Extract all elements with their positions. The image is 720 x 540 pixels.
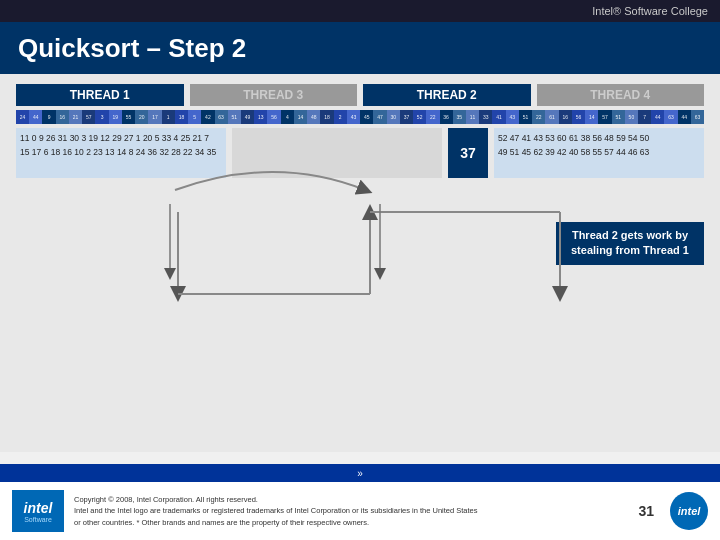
databar-cell: 51 bbox=[228, 110, 241, 124]
brand-label: Intel® Software College bbox=[592, 5, 708, 17]
thread4-header: THREAD 4 bbox=[537, 84, 705, 106]
thread1-numbers-row2: 15 17 6 18 16 10 2 23 13 14 8 24 36 32 2… bbox=[20, 146, 222, 160]
databar-cell: 45 bbox=[360, 110, 373, 124]
databar-cell: 43 bbox=[347, 110, 360, 124]
bottom-bar-text: » bbox=[357, 468, 363, 479]
databar-cell: 63 bbox=[664, 110, 677, 124]
databar-cell: 36 bbox=[440, 110, 453, 124]
databar-cell: 61 bbox=[545, 110, 558, 124]
databar-cell: 37 bbox=[400, 110, 413, 124]
page-title: Quicksort – Step 2 bbox=[18, 33, 246, 64]
steal-info-box: Thread 2 gets work by stealing from Thre… bbox=[556, 222, 704, 265]
thread2-numbers-row2: 49 51 45 62 39 42 40 58 55 57 44 46 63 bbox=[498, 146, 700, 160]
steal-label: Thread 2 gets work by stealing from Thre… bbox=[571, 229, 689, 256]
databar-cell: 44 bbox=[651, 110, 664, 124]
data-array-bar: 2444916215731955201711854263514913564144… bbox=[16, 110, 704, 124]
thread-headers: THREAD 1 THREAD 3 THREAD 2 THREAD 4 bbox=[16, 84, 704, 106]
databar-cell: 30 bbox=[387, 110, 400, 124]
databar-cell: 49 bbox=[241, 110, 254, 124]
thread2-numbers-row1: 52 47 41 43 53 60 61 38 56 48 59 54 50 bbox=[498, 132, 700, 146]
databar-cell: 22 bbox=[532, 110, 545, 124]
databar-cell: 14 bbox=[294, 110, 307, 124]
databar-cell: 4 bbox=[281, 110, 294, 124]
databar-cell: 47 bbox=[373, 110, 386, 124]
databar-cell: 14 bbox=[585, 110, 598, 124]
databar-cell: 33 bbox=[479, 110, 492, 124]
work-row: 11 0 9 26 31 30 3 19 12 29 27 1 20 5 33 … bbox=[16, 128, 704, 178]
databar-cell: 44 bbox=[29, 110, 42, 124]
thread3-work bbox=[232, 128, 442, 178]
databar-cell: 51 bbox=[612, 110, 625, 124]
databar-cell: 52 bbox=[413, 110, 426, 124]
databar-cell: 63 bbox=[215, 110, 228, 124]
main-content: THREAD 1 THREAD 3 THREAD 2 THREAD 4 2444… bbox=[0, 74, 720, 452]
databar-cell: 18 bbox=[175, 110, 188, 124]
databar-cell: 55 bbox=[122, 110, 135, 124]
databar-cell: 16 bbox=[559, 110, 572, 124]
footer: intel Software Copyright © 2008, Intel C… bbox=[0, 482, 720, 540]
thread1-work: 11 0 9 26 31 30 3 19 12 29 27 1 20 5 33 … bbox=[16, 128, 226, 178]
databar-cell: 44 bbox=[678, 110, 691, 124]
databar-cell: 56 bbox=[267, 110, 280, 124]
databar-cell: 63 bbox=[691, 110, 704, 124]
pivot-cell: 37 bbox=[448, 128, 488, 178]
databar-cell: 41 bbox=[492, 110, 505, 124]
databar-cell: 20 bbox=[135, 110, 148, 124]
bottom-bar: » bbox=[0, 464, 720, 482]
databar-cell: 22 bbox=[426, 110, 439, 124]
thread3-header: THREAD 3 bbox=[190, 84, 358, 106]
databar-cell: 19 bbox=[109, 110, 122, 124]
databar-cell: 24 bbox=[16, 110, 29, 124]
footer-copyright: Copyright © 2008, Intel Corporation. All… bbox=[74, 494, 628, 528]
databar-cell: 17 bbox=[148, 110, 161, 124]
databar-cell: 18 bbox=[320, 110, 333, 124]
intel-logo-right-text: intel bbox=[678, 505, 701, 517]
databar-cell: 42 bbox=[201, 110, 214, 124]
title-area: Quicksort – Step 2 bbox=[0, 22, 720, 74]
databar-cell: 21 bbox=[69, 110, 82, 124]
databar-cell: 57 bbox=[82, 110, 95, 124]
intel-logo-text: intel bbox=[24, 500, 53, 516]
intel-logo-left: intel Software bbox=[12, 490, 64, 532]
databar-cell: 35 bbox=[453, 110, 466, 124]
top-bar: Intel® Software College bbox=[0, 0, 720, 22]
databar-cell: 51 bbox=[519, 110, 532, 124]
thread2-work: 52 47 41 43 53 60 61 38 56 48 59 54 50 4… bbox=[494, 128, 704, 178]
intel-logo-sub: Software bbox=[24, 516, 52, 523]
arrows-diagram bbox=[0, 134, 720, 474]
thread1-numbers-row1: 11 0 9 26 31 30 3 19 12 29 27 1 20 5 33 … bbox=[20, 132, 222, 146]
databar-cell: 50 bbox=[625, 110, 638, 124]
footer-page-number: 31 bbox=[638, 503, 654, 519]
databar-cell: 1 bbox=[162, 110, 175, 124]
databar-cell: 3 bbox=[95, 110, 108, 124]
databar-cell: 9 bbox=[42, 110, 55, 124]
pivot-value: 37 bbox=[460, 143, 476, 164]
databar-cell: 43 bbox=[506, 110, 519, 124]
databar-cell: 11 bbox=[466, 110, 479, 124]
databar-cell: 13 bbox=[254, 110, 267, 124]
thread2-header: THREAD 2 bbox=[363, 84, 531, 106]
databar-cell: 56 bbox=[572, 110, 585, 124]
databar-cell: 2 bbox=[334, 110, 347, 124]
databar-cell: 16 bbox=[56, 110, 69, 124]
databar-cell: 48 bbox=[307, 110, 320, 124]
databar-cell: 57 bbox=[598, 110, 611, 124]
slide: Intel® Software College Quicksort – Step… bbox=[0, 0, 720, 540]
databar-cell: 7 bbox=[638, 110, 651, 124]
thread1-header: THREAD 1 bbox=[16, 84, 184, 106]
databar-cell: 5 bbox=[188, 110, 201, 124]
intel-logo-right: intel bbox=[670, 492, 708, 530]
